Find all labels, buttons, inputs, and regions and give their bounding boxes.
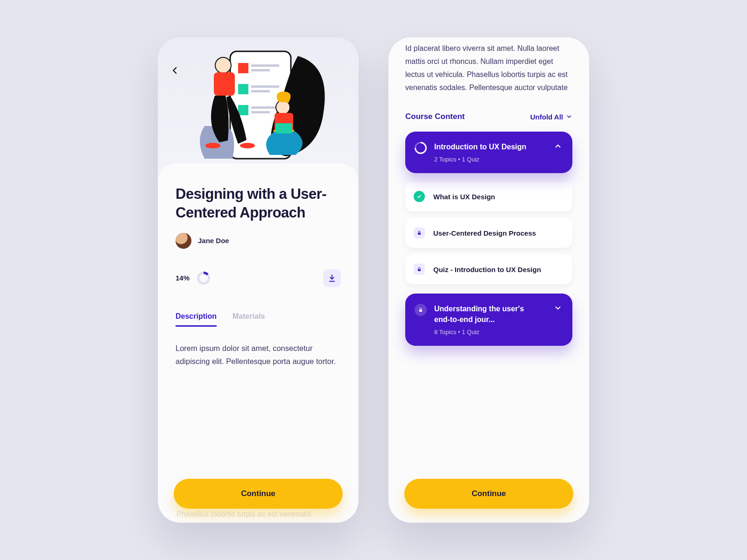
phone-course-detail: Designing with a User-Centered Approach …: [158, 37, 359, 523]
tab-description[interactable]: Description: [176, 312, 217, 327]
author-row[interactable]: Jane Doe: [176, 233, 341, 249]
topic-ucd-process[interactable]: User-Centered Design Process: [405, 218, 572, 248]
section-meta: 2 Topics • 1 Quiz: [434, 156, 526, 163]
section-title: Understanding the user's end-to-end jour…: [434, 304, 528, 325]
svg-rect-1: [238, 63, 248, 73]
svg-rect-9: [251, 111, 270, 113]
svg-rect-2: [251, 64, 279, 67]
tab-materials[interactable]: Materials: [233, 312, 265, 327]
svg-rect-19: [418, 269, 421, 272]
lock-icon: [414, 264, 425, 275]
section-intro-ux[interactable]: Introduction to UX Design 2 Topics • 1 Q…: [405, 132, 572, 173]
download-button[interactable]: [323, 269, 341, 287]
lock-icon: [414, 227, 425, 238]
hero-illustration-area: [158, 37, 359, 177]
author-name: Jane Doe: [198, 237, 229, 245]
svg-point-13: [240, 143, 255, 148]
tabs: Description Materials: [176, 312, 341, 327]
svg-point-10: [215, 57, 231, 73]
svg-rect-18: [418, 233, 421, 235]
continue-button[interactable]: Continue: [174, 479, 343, 509]
progress-ring-icon: [197, 272, 210, 285]
svg-point-12: [205, 143, 220, 148]
progress-row: 14%: [176, 269, 341, 287]
svg-rect-20: [419, 310, 422, 312]
course-content-title: Course Content: [405, 112, 465, 121]
chevron-down-icon: [566, 113, 572, 120]
unfold-all-button[interactable]: Unfold All: [530, 113, 572, 121]
chevron-up-icon: [554, 142, 562, 150]
continue-button[interactable]: Continue: [404, 479, 573, 509]
description-text: Lorem ipsum dolor sit amet, consectetur …: [176, 342, 341, 369]
svg-rect-17: [275, 123, 292, 133]
topic-label: User-Centered Design Process: [433, 229, 536, 237]
chevron-down-icon: [554, 304, 562, 312]
course-content-header: Course Content Unfold All: [405, 112, 572, 121]
lock-icon: [415, 304, 427, 316]
phone-course-content: Id placerat libero viverra sit amet. Nul…: [388, 37, 589, 523]
progress-percent: 14%: [176, 274, 190, 282]
course-card: Designing with a User-Centered Approach …: [158, 163, 359, 368]
topic-label: What is UX Design: [433, 193, 495, 201]
topic-list: What is UX Design User-Centered Design P…: [405, 182, 572, 284]
section-title: Introduction to UX Design: [434, 142, 526, 152]
section-understanding-user[interactable]: Understanding the user's end-to-end jour…: [405, 294, 572, 346]
download-icon: [328, 274, 336, 282]
svg-rect-8: [251, 106, 279, 109]
svg-rect-11: [214, 72, 235, 96]
author-avatar: [176, 233, 191, 249]
progress-ring-icon: [412, 140, 430, 157]
svg-rect-7: [238, 105, 248, 115]
svg-rect-5: [251, 85, 279, 88]
course-title: Designing with a User-Centered Approach: [176, 185, 341, 223]
check-circle-icon: [414, 191, 425, 202]
unfold-all-label: Unfold All: [530, 113, 563, 121]
svg-rect-6: [251, 90, 270, 92]
topic-what-is-ux[interactable]: What is UX Design: [405, 182, 572, 211]
section-meta: 8 Topics • 1 Quiz: [434, 329, 528, 336]
course-illustration: [158, 37, 359, 177]
svg-rect-3: [251, 69, 270, 71]
intro-paragraph: Id placerat libero viverra sit amet. Nul…: [405, 42, 572, 94]
topic-label: Quiz - Introduction to UX Design: [433, 266, 541, 273]
svg-rect-4: [238, 84, 248, 94]
topic-quiz-intro[interactable]: Quiz - Introduction to UX Design: [405, 254, 572, 284]
